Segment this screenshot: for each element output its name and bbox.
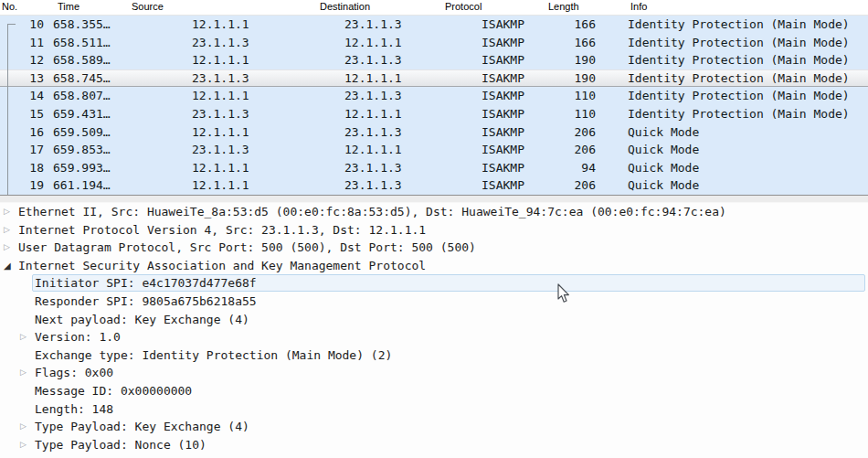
detail-row[interactable]: Responder SPI: 9805a675b6218a55 <box>0 293 868 311</box>
cell-destination: 23.1.1.3 <box>344 176 402 195</box>
packet-row[interactable]: 17659.853…23.1.1.312.1.1.1ISAKMP206Quick… <box>0 141 868 159</box>
cell-protocol: ISAKMP <box>482 105 524 123</box>
expand-arrow-icon[interactable]: ▷ <box>20 436 26 454</box>
collapse-arrow-icon[interactable]: ◢ <box>4 257 11 275</box>
cell-length: 206 <box>548 141 596 159</box>
packet-row[interactable]: 10658.355…12.1.1.123.1.1.3ISAKMP166Ident… <box>0 16 868 34</box>
cell-info: Identity Protection (Main Mode) <box>628 87 850 105</box>
expand-arrow-icon[interactable]: ▷ <box>20 418 26 436</box>
cell-destination: 23.1.1.3 <box>344 87 402 105</box>
expand-arrow-icon[interactable]: ▷ <box>4 239 10 257</box>
detail-row[interactable]: ▷Flags: 0x00 <box>0 364 868 382</box>
packet-list-pane: No.TimeSourceDestinationProtocolLengthIn… <box>0 0 868 196</box>
detail-row[interactable]: Next payload: Key Exchange (4) <box>0 311 868 329</box>
packet-row[interactable]: 12658.589…12.1.1.123.1.1.3ISAKMP190Ident… <box>0 51 868 69</box>
cell-destination: 23.1.1.3 <box>344 123 402 142</box>
detail-row[interactable]: Message ID: 0x00000000 <box>0 382 868 400</box>
detail-row[interactable]: ▷Type Payload: Nonce (10) <box>0 436 868 454</box>
cell-info: Quick Mode <box>628 176 699 195</box>
detail-row[interactable]: Length: 148 <box>0 400 868 419</box>
cell-info: Identity Protection (Main Mode) <box>628 34 850 52</box>
pane-splitter[interactable] <box>0 196 868 203</box>
detail-row[interactable]: ▷Version: 1.0 <box>0 328 868 346</box>
packet-row[interactable]: 15659.431…23.1.1.312.1.1.1ISAKMP110Ident… <box>0 105 868 123</box>
packet-detail-pane: ▷Ethernet II, Src: HuaweiTe_8a:53:d5 (00… <box>0 203 868 458</box>
detail-text: Version: 1.0 <box>35 328 121 346</box>
detail-row[interactable]: ▷Ethernet II, Src: HuaweiTe_8a:53:d5 (00… <box>0 203 868 221</box>
cell-protocol: ISAKMP <box>482 176 524 195</box>
cell-info: Identity Protection (Main Mode) <box>628 105 850 123</box>
cell-time: 658.807… <box>53 87 111 105</box>
cell-protocol: ISAKMP <box>482 141 524 159</box>
cell-source: 23.1.1.3 <box>192 141 249 159</box>
detail-text: User Datagram Protocol, Src Port: 500 (5… <box>18 239 476 257</box>
cell-length: 94 <box>548 159 596 177</box>
expand-arrow-icon[interactable]: ▷ <box>4 203 10 221</box>
expand-arrow-icon[interactable]: ▷ <box>4 221 10 240</box>
cell-time: 658.511… <box>53 34 111 52</box>
cell-info: Identity Protection (Main Mode) <box>628 16 850 34</box>
detail-text: Exchange type: Identity Protection (Main… <box>35 346 392 365</box>
column-header-time[interactable]: Time <box>58 1 79 12</box>
packet-row[interactable]: 13658.745…23.1.1.312.1.1.1ISAKMP190Ident… <box>0 69 868 88</box>
cell-length: 206 <box>548 123 596 142</box>
cell-source: 12.1.1.1 <box>192 176 249 195</box>
packet-list-header: No.TimeSourceDestinationProtocolLengthIn… <box>0 0 868 16</box>
packet-row[interactable]: 16659.509…12.1.1.123.1.1.3ISAKMP206Quick… <box>0 123 868 142</box>
conversation-bracket-tick <box>7 24 16 25</box>
expand-arrow-icon[interactable]: ▷ <box>20 364 26 382</box>
detail-row[interactable]: ▷User Datagram Protocol, Src Port: 500 (… <box>0 239 868 257</box>
cell-source: 12.1.1.1 <box>192 87 249 105</box>
detail-text: Initiator SPI: e4c17037d477e68f <box>35 274 257 293</box>
cell-source: 12.1.1.1 <box>192 51 249 69</box>
cell-length: 166 <box>548 34 596 52</box>
cell-destination: 12.1.1.1 <box>344 69 402 88</box>
expand-arrow-icon[interactable]: ▷ <box>20 328 26 346</box>
cell-time: 659.993… <box>53 159 111 177</box>
cell-time: 658.745… <box>53 69 111 88</box>
detail-text: Internet Security Association and Key Ma… <box>18 257 426 275</box>
cell-destination: 23.1.1.3 <box>344 51 402 69</box>
cell-length: 110 <box>548 87 596 105</box>
packet-row[interactable]: 11658.511…23.1.1.312.1.1.1ISAKMP166Ident… <box>0 34 868 52</box>
packet-row[interactable]: 14658.807…12.1.1.123.1.1.3ISAKMP110Ident… <box>0 87 868 105</box>
column-header-source[interactable]: Source <box>132 1 164 12</box>
cell-destination: 12.1.1.1 <box>344 141 402 159</box>
column-header-protocol[interactable]: Protocol <box>445 1 482 12</box>
detail-text: Internet Protocol Version 4, Src: 23.1.1… <box>18 221 426 240</box>
detail-row[interactable]: ▷Internet Protocol Version 4, Src: 23.1.… <box>0 221 868 240</box>
cell-time: 658.589… <box>53 51 111 69</box>
cell-info: Quick Mode <box>628 141 699 159</box>
cell-length: 206 <box>548 176 596 195</box>
cell-info: Identity Protection (Main Mode) <box>628 51 850 69</box>
mouse-cursor <box>557 283 571 304</box>
cell-source: 23.1.1.3 <box>192 34 249 52</box>
packet-rows: 10658.355…12.1.1.123.1.1.3ISAKMP166Ident… <box>0 16 868 195</box>
detail-row[interactable]: ◢Internet Security Association and Key M… <box>0 257 868 275</box>
cell-time: 661.194… <box>53 176 111 195</box>
cell-source: 12.1.1.1 <box>192 123 249 142</box>
detail-row[interactable]: ▷Type Payload: Key Exchange (4) <box>0 418 868 436</box>
cell-protocol: ISAKMP <box>482 159 524 177</box>
cell-protocol: ISAKMP <box>482 34 524 52</box>
column-header-destination[interactable]: Destination <box>320 1 370 12</box>
detail-row[interactable]: Initiator SPI: e4c17037d477e68f <box>0 274 868 293</box>
wireshark-capture-window: No.TimeSourceDestinationProtocolLengthIn… <box>0 0 868 458</box>
detail-text: Type Payload: Key Exchange (4) <box>35 418 249 436</box>
cell-length: 190 <box>548 51 596 69</box>
cell-time: 659.431… <box>53 105 111 123</box>
packet-row[interactable]: 18659.993…12.1.1.123.1.1.3ISAKMP94Quick … <box>0 159 868 177</box>
cell-info: Quick Mode <box>628 159 699 177</box>
cell-info: Identity Protection (Main Mode) <box>628 69 850 88</box>
column-header-length[interactable]: Length <box>548 1 579 12</box>
conversation-bracket-line <box>7 24 8 195</box>
column-header-no[interactable]: No. <box>2 1 17 12</box>
column-header-info[interactable]: Info <box>630 1 647 12</box>
cell-source: 23.1.1.3 <box>192 69 249 88</box>
cell-protocol: ISAKMP <box>482 16 524 34</box>
detail-row[interactable]: Exchange type: Identity Protection (Main… <box>0 346 868 365</box>
cell-source: 12.1.1.1 <box>192 16 249 34</box>
detail-text: Ethernet II, Src: HuaweiTe_8a:53:d5 (00:… <box>18 203 726 221</box>
cell-source: 12.1.1.1 <box>192 159 249 177</box>
packet-row[interactable]: 19661.194…12.1.1.123.1.1.3ISAKMP206Quick… <box>0 176 868 195</box>
